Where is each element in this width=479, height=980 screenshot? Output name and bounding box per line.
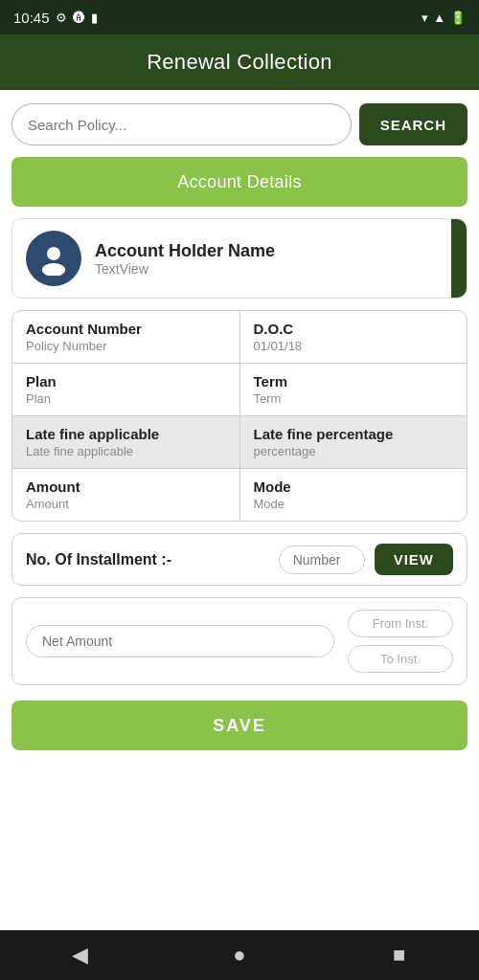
side-handle bbox=[451, 219, 467, 298]
number-input[interactable] bbox=[279, 546, 365, 574]
installment-row: No. Of Installment :- VIEW bbox=[11, 533, 468, 586]
home-nav-icon[interactable]: ● bbox=[218, 934, 261, 976]
svg-point-1 bbox=[42, 263, 65, 276]
plan-label: Plan bbox=[26, 373, 226, 390]
account-holder-sub: TextView bbox=[95, 261, 453, 277]
term-value: Term bbox=[254, 391, 454, 406]
term-label: Term bbox=[254, 373, 454, 390]
account-number-label: Account Number bbox=[26, 321, 226, 337]
status-left: 10:45 ⚙ 🅐 ▮ bbox=[13, 10, 98, 26]
to-inst-button[interactable]: To Inst. bbox=[348, 645, 453, 673]
account-holder-card: Account Holder Name TextView bbox=[11, 218, 468, 299]
status-right: ▾ ▲ 🔋 bbox=[422, 11, 466, 25]
account-holder-info: Account Holder Name TextView bbox=[95, 241, 453, 277]
amount-label: Amount bbox=[26, 479, 226, 495]
back-nav-icon[interactable]: ◀ bbox=[58, 934, 101, 976]
search-button[interactable]: SEARCH bbox=[359, 103, 468, 145]
net-amount-input[interactable] bbox=[26, 625, 334, 657]
save-button[interactable]: SAVE bbox=[11, 701, 468, 750]
app-bar-title: Renewal Collection bbox=[147, 50, 332, 75]
mode-label: Mode bbox=[254, 479, 454, 495]
grid-row-account: Account Number Policy Number D.O.C 01/01… bbox=[12, 311, 467, 364]
installment-label: No. Of Installment :- bbox=[26, 551, 269, 568]
doc-value: 01/01/18 bbox=[254, 339, 454, 353]
view-button[interactable]: VIEW bbox=[375, 544, 453, 575]
grid-row-late-fine: Late fine applicable Late fine applicabl… bbox=[12, 416, 467, 469]
inst-buttons: From Inst. To Inst. bbox=[348, 610, 453, 673]
plan-value: Plan bbox=[26, 391, 226, 406]
account-holder-name: Account Holder Name bbox=[95, 241, 453, 261]
grid-row-plan: Plan Plan Term Term bbox=[12, 364, 467, 416]
recent-nav-icon[interactable]: ■ bbox=[378, 934, 421, 976]
mode-value: Mode bbox=[254, 497, 454, 511]
wifi-icon: ▾ bbox=[422, 11, 428, 25]
status-bar: 10:45 ⚙ 🅐 ▮ ▾ ▲ 🔋 bbox=[0, 0, 479, 34]
grid-cell-doc: D.O.C 01/01/18 bbox=[240, 311, 468, 363]
account-number-value: Policy Number bbox=[26, 339, 226, 353]
signal-icon: ▲ bbox=[433, 11, 445, 25]
svg-point-0 bbox=[47, 247, 60, 260]
time-display: 10:45 bbox=[13, 10, 50, 26]
details-grid: Account Number Policy Number D.O.C 01/01… bbox=[11, 310, 468, 522]
search-row: SEARCH bbox=[11, 103, 468, 145]
late-fine-applicable-value: Late fine applicable bbox=[26, 444, 226, 458]
avatar bbox=[26, 231, 81, 286]
account-details-button[interactable]: Account Details bbox=[11, 157, 468, 207]
late-fine-applicable-label: Late fine applicable bbox=[26, 426, 226, 442]
bottom-nav: ◀ ● ■ bbox=[0, 930, 479, 980]
doc-label: D.O.C bbox=[254, 321, 454, 337]
search-input[interactable] bbox=[11, 103, 352, 145]
battery-icon: 🔋 bbox=[450, 11, 466, 25]
late-fine-percentage-value: percentage bbox=[254, 444, 454, 458]
grid-cell-term: Term Term bbox=[240, 364, 468, 415]
grid-row-amount: Amount Amount Mode Mode bbox=[12, 469, 467, 521]
main-content: SEARCH Account Details Account Holder Na… bbox=[0, 90, 479, 930]
net-amount-row: From Inst. To Inst. bbox=[11, 597, 468, 685]
grid-cell-late-fine-applicable: Late fine applicable Late fine applicabl… bbox=[12, 416, 240, 468]
grid-cell-account-number: Account Number Policy Number bbox=[12, 311, 240, 363]
battery-status-icon: ▮ bbox=[91, 11, 98, 25]
late-fine-percentage-label: Late fine percentage bbox=[254, 426, 454, 442]
grid-cell-mode: Mode Mode bbox=[240, 469, 468, 521]
grid-cell-amount: Amount Amount bbox=[12, 469, 240, 521]
settings-status-icon: ⚙ bbox=[56, 11, 67, 25]
amount-value: Amount bbox=[26, 497, 226, 511]
from-inst-button[interactable]: From Inst. bbox=[348, 610, 453, 637]
grid-cell-plan: Plan Plan bbox=[12, 364, 240, 415]
app-bar: Renewal Collection bbox=[0, 34, 479, 90]
a-status-icon: 🅐 bbox=[73, 11, 85, 25]
grid-cell-late-fine-percentage: Late fine percentage percentage bbox=[240, 416, 468, 468]
